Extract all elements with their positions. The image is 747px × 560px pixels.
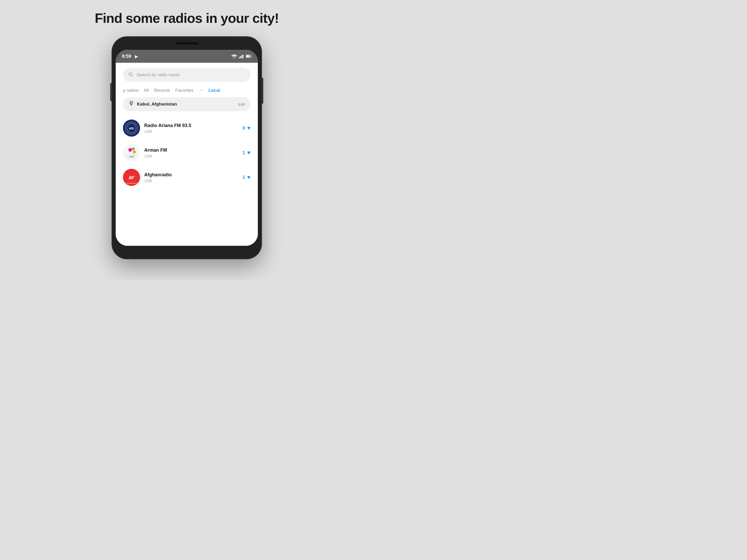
fav-count: 1: [242, 150, 245, 156]
svg-rect-6: [247, 55, 250, 57]
page-title: Find some radios in your city!: [95, 10, 279, 26]
radio-info: Afghanradio 128k: [144, 172, 238, 183]
search-icon: [128, 72, 133, 78]
status-bar: 8:59 ▶: [116, 50, 258, 63]
radio-bitrate: 128k: [144, 154, 238, 158]
radio-name: Radio Ariana FM 93.5: [144, 123, 238, 128]
radio-list: atn Radio Ariana FM 93.5 128k 0 ♥: [116, 116, 258, 246]
svg-line-9: [131, 75, 133, 77]
tab-favorites[interactable]: Favorites: [175, 88, 194, 93]
radio-name: Arman FM: [144, 148, 238, 153]
location-city: Kabul, Afghanistan: [137, 102, 235, 107]
svg-text:آرمان: آرمان: [129, 155, 134, 158]
tabs-container: p radios All Recents Favorites → Local: [116, 85, 258, 95]
tab-arrow-icon: →: [199, 88, 203, 93]
radio-name: Afghanradio: [144, 172, 238, 178]
radio-item[interactable]: atn Radio Ariana FM 93.5 128k 0 ♥: [116, 116, 258, 140]
tab-recents[interactable]: Recents: [154, 88, 170, 93]
location-pin-icon: [129, 101, 134, 108]
svg-rect-4: [243, 54, 243, 58]
status-right-icons: [231, 54, 252, 58]
phone-speaker: [175, 42, 199, 45]
radio-bitrate: 128k: [144, 129, 238, 134]
svg-text:ar: ar: [129, 174, 135, 181]
radio-item[interactable]: ar AFGHANRADIO Afghanradio 128k 1 ♥: [116, 165, 258, 190]
heart-icon: ♥: [247, 149, 251, 156]
location-bar[interactable]: Kabul, Afghanistan Edit: [123, 97, 251, 111]
svg-rect-2: [240, 56, 241, 58]
svg-point-12: [128, 148, 132, 152]
heart-icon: ♥: [247, 174, 251, 181]
svg-point-11: [123, 144, 140, 161]
screen-content: Search by radio name p radios All Recent…: [116, 63, 258, 246]
radio-info: Radio Ariana FM 93.5 128k: [144, 123, 238, 134]
battery-icon: [246, 55, 252, 58]
radio-bitrate: 128k: [144, 179, 238, 183]
play-icon: ▶: [135, 54, 138, 59]
svg-point-0: [234, 57, 235, 58]
search-bar[interactable]: Search by radio name: [123, 68, 251, 82]
fav-count: 1: [242, 175, 245, 180]
location-edit-button[interactable]: Edit: [238, 102, 245, 107]
radio-logo-atn: atn: [123, 119, 140, 137]
svg-point-14: [133, 150, 136, 154]
fav-count: 0: [242, 126, 245, 131]
radio-logo-afghan: ar AFGHANRADIO: [123, 169, 140, 186]
svg-rect-3: [241, 55, 242, 58]
heart-icon: ♥: [247, 125, 251, 131]
radio-item[interactable]: آرمان Arman FM 128k 1 ♥: [116, 140, 258, 165]
radio-favorites[interactable]: 0 ♥: [242, 125, 251, 131]
radio-logo-arman: آرمان: [123, 144, 140, 161]
tab-all[interactable]: All: [144, 88, 149, 93]
search-container: Search by radio name: [116, 63, 258, 85]
svg-rect-1: [239, 57, 240, 58]
location-container: Kabul, Afghanistan Edit: [116, 95, 258, 116]
search-placeholder: Search by radio name: [136, 72, 179, 78]
phone-device: 8:59 ▶: [111, 36, 262, 259]
radio-favorites[interactable]: 1 ♥: [242, 174, 251, 181]
tab-top-radios[interactable]: p radios: [123, 88, 138, 93]
svg-point-10: [131, 102, 132, 103]
tab-local[interactable]: Local: [209, 88, 220, 93]
phone-volume-button: [110, 83, 111, 101]
signal-icon: [239, 54, 244, 58]
svg-point-13: [132, 148, 135, 150]
svg-text:AFGHANRADIO: AFGHANRADIO: [125, 183, 138, 184]
phone-shell: 8:59 ▶: [111, 36, 262, 259]
radio-info: Arman FM 128k: [144, 148, 238, 158]
phone-power-button: [262, 78, 263, 104]
radio-favorites[interactable]: 1 ♥: [242, 149, 251, 156]
svg-rect-7: [251, 56, 252, 57]
phone-screen: 8:59 ▶: [116, 50, 258, 246]
status-time: 8:59: [122, 54, 131, 59]
wifi-icon: [231, 54, 237, 58]
